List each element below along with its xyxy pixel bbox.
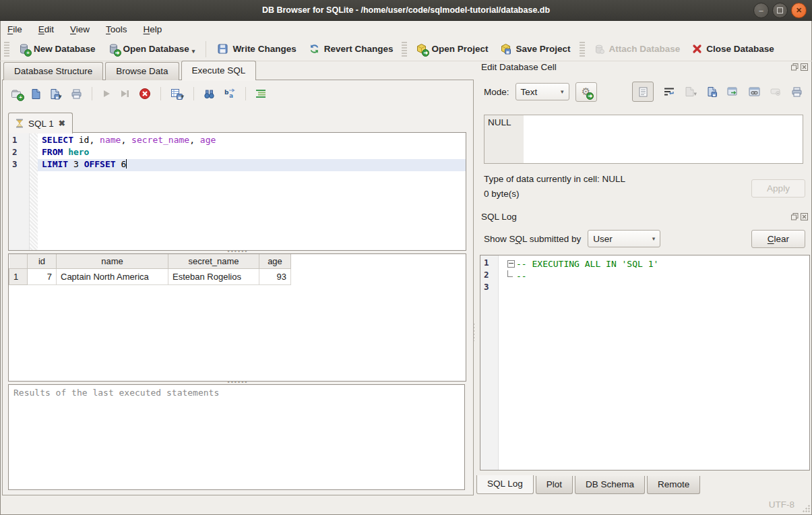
menu-tools[interactable]: Tools: [106, 24, 127, 34]
save-project-icon: [500, 43, 511, 55]
line-number: 3: [480, 282, 498, 294]
sql-editor-tab[interactable]: SQL 1 ✖: [8, 113, 73, 133]
log-content: -- EXECUTING ALL IN 'SQL 1'--: [505, 255, 809, 470]
print-sql-button[interactable]: [71, 88, 82, 100]
float-panel-icon[interactable]: [791, 213, 799, 220]
resize-grip[interactable]: [802, 504, 810, 512]
line-number: 2: [9, 147, 29, 159]
sql-log-dock-header: SQL Log: [481, 212, 808, 222]
save-sql-dropdown-caret[interactable]: ▾: [59, 93, 62, 100]
toolbar-drag-handle[interactable]: [402, 42, 407, 57]
sql-log-view[interactable]: 123 -- EXECUTING ALL IN 'SQL 1'--: [480, 255, 810, 471]
sql-editor[interactable]: 123 SELECT id, name, secret_name, ageFRO…: [8, 132, 466, 251]
column-header-id[interactable]: id: [28, 254, 57, 269]
panel-splitter[interactable]: [472, 324, 475, 341]
text-mode-button[interactable]: [632, 82, 654, 102]
results-grid[interactable]: idnamesecret_nameage17Captain North Amer…: [8, 253, 466, 382]
encoding-indicator[interactable]: UTF-8: [769, 499, 794, 510]
cell-value-editor[interactable]: NULL: [484, 115, 803, 164]
tab-database-structure[interactable]: Database Structure: [3, 62, 103, 80]
column-header-name[interactable]: name: [57, 254, 168, 269]
editor-line-numbers: 123: [9, 133, 30, 250]
print-cell-button[interactable]: [791, 86, 803, 98]
mode-combobox[interactable]: Text ▾: [516, 83, 569, 100]
row-number-header: [9, 254, 28, 269]
menu-edit[interactable]: Edit: [38, 24, 54, 34]
menu-file[interactable]: File: [7, 24, 22, 34]
save-sql-file-button[interactable]: ▾: [50, 88, 62, 100]
copy-link-button[interactable]: [749, 87, 760, 96]
right-dock-area: Edit Database Cell Mode: Text ▾ ⚙➜: [476, 61, 811, 496]
write-changes-icon: [217, 43, 228, 55]
cell-type-info: Type of data currently in cell: NULL: [484, 174, 625, 184]
close-button[interactable]: ✕: [791, 3, 807, 18]
float-panel-icon[interactable]: [791, 63, 799, 71]
close-panel-icon[interactable]: [801, 63, 808, 71]
line-number: 2: [480, 270, 498, 282]
submitted-by-combobox[interactable]: User ▾: [588, 230, 660, 247]
open-database-button[interactable]: ➜ Open Database ▾: [102, 40, 201, 57]
table-cell[interactable]: Captain North America: [57, 269, 168, 285]
tab-sql-log[interactable]: SQL Log: [476, 475, 534, 494]
open-in-external-app-button[interactable]: [727, 87, 739, 96]
tab-plot[interactable]: Plot: [536, 476, 573, 494]
open-database-dropdown-caret[interactable]: ▾: [192, 48, 195, 55]
toolbar-drag-handle[interactable]: [580, 42, 585, 57]
open-project-button[interactable]: ➜ Open Project: [410, 40, 494, 57]
format-sql-icon[interactable]: [255, 89, 266, 98]
find-replace-button[interactable]: ba: [224, 88, 236, 99]
menu-help[interactable]: Help: [144, 24, 162, 34]
execute-all-button: [102, 89, 111, 98]
toolbar-separator: [206, 41, 206, 57]
column-header-age[interactable]: age: [259, 254, 291, 269]
fold-collapse-icon[interactable]: [507, 260, 515, 268]
export-dropdown-caret[interactable]: ▾: [181, 93, 185, 100]
column-header-secret_name[interactable]: secret_name: [168, 254, 259, 269]
open-sql-file-button[interactable]: [31, 88, 41, 100]
clear-log-button[interactable]: Clear: [751, 230, 805, 248]
table-cell[interactable]: 93: [259, 269, 291, 285]
menu-view[interactable]: View: [70, 24, 90, 34]
export-cell-data-button[interactable]: [707, 86, 717, 97]
close-database-button[interactable]: Close Database: [686, 41, 780, 57]
close-sql-tab-icon[interactable]: ✖: [59, 119, 65, 128]
maximize-button[interactable]: [772, 3, 788, 18]
main-tab-widget: Database Structure Browse Data Execute S…: [2, 62, 474, 496]
auto-apply-button[interactable]: ⚙➜: [575, 82, 597, 102]
sql-log-title: SQL Log: [481, 212, 517, 222]
write-changes-button[interactable]: Write Changes: [211, 40, 302, 57]
code-line: LIMIT 3 OFFSET 6: [38, 159, 466, 171]
svg-text:a: a: [229, 92, 233, 99]
close-panel-icon[interactable]: [801, 213, 808, 220]
results-message-area[interactable]: Results of the last executed statements: [8, 384, 465, 490]
word-wrap-button[interactable]: [664, 87, 675, 96]
table-cell[interactable]: 7: [28, 269, 57, 285]
new-database-button[interactable]: + New Database: [12, 40, 102, 57]
minimize-button[interactable]: –: [753, 3, 769, 18]
row-number[interactable]: 1: [9, 269, 28, 285]
window-title: DB Browser for SQLite - /home/user/code/…: [262, 5, 550, 15]
new-sql-tab-button[interactable]: +: [11, 89, 22, 99]
toolbar-drag-handle[interactable]: [4, 42, 9, 57]
window-controls: – ✕: [753, 3, 807, 18]
save-project-button[interactable]: Save Project: [494, 40, 576, 57]
tab-browse-data[interactable]: Browse Data: [105, 62, 179, 80]
export-results-button[interactable]: ▾: [170, 88, 185, 100]
attach-database-icon: [594, 43, 605, 55]
tab-execute-sql[interactable]: Execute SQL: [181, 61, 257, 80]
log-line: --: [505, 270, 809, 282]
close-database-icon: [692, 44, 702, 54]
table-cell[interactable]: Esteban Rogelios: [168, 269, 259, 285]
svg-text:b: b: [224, 89, 229, 96]
import-cell-data-button: ▾: [685, 86, 697, 97]
revert-changes-button[interactable]: Revert Changes: [303, 40, 400, 57]
editor-code-area[interactable]: SELECT id, name, secret_name, ageFROM he…: [38, 133, 466, 250]
title-bar: DB Browser for SQLite - /home/user/code/…: [0, 0, 812, 21]
sql-tab-label: SQL 1: [28, 119, 54, 129]
find-button[interactable]: [204, 88, 215, 100]
tab-remote[interactable]: Remote: [647, 476, 700, 494]
stop-execution-button[interactable]: [139, 88, 151, 100]
line-number: 1: [480, 258, 498, 270]
tab-db-schema[interactable]: DB Schema: [575, 476, 645, 494]
status-bar: UTF-8: [0, 496, 812, 515]
